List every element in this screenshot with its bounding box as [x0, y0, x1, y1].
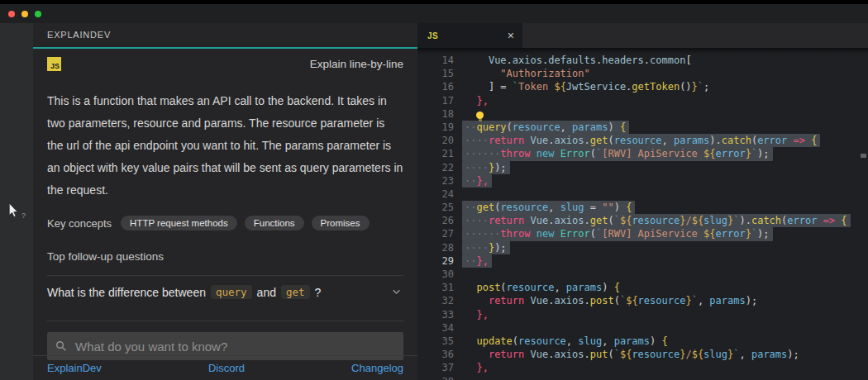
titlebar: [0, 0, 868, 23]
line-number: 25: [417, 201, 465, 214]
code-line[interactable]: 23··},: [417, 174, 868, 188]
code-line[interactable]: 27······throw new Error(`[RWV] ApiServic…: [417, 227, 868, 240]
concept-pill[interactable]: HTTP request methods: [121, 216, 237, 230]
code-line[interactable]: 15 "Authorization": [417, 67, 868, 80]
concept-pills: HTTP request methodsFunctionsPromises: [121, 216, 369, 230]
tab-close-icon[interactable]: ×: [508, 30, 514, 41]
main-content: ? EXPLAINDEV JS Explain line-by-line Thi…: [0, 23, 868, 380]
cursor-arrow-icon: [7, 203, 20, 218]
tab-label: JS: [427, 31, 438, 40]
line-number: 24: [417, 188, 465, 201]
divider: [47, 321, 403, 321]
code-line[interactable]: 17 },: [417, 94, 868, 107]
code-line[interactable]: 29··},: [417, 254, 868, 268]
chevron-down-icon: [391, 287, 402, 297]
footer-link-explaindev[interactable]: ExplainDev: [47, 362, 102, 374]
editor-scrollbar[interactable]: [861, 154, 866, 158]
code-line[interactable]: 26····return Vue.axios.get(`${resource}/…: [417, 214, 868, 227]
line-number: 15: [417, 67, 465, 80]
code-line[interactable]: 22····});: [417, 161, 868, 174]
code-line[interactable]: 32 return Vue.axios.post(`${resource}`, …: [417, 294, 868, 307]
cursor-help-hint: ?: [21, 211, 26, 220]
line-code: ····});: [465, 241, 510, 254]
line-number: 33: [417, 308, 465, 321]
app-window: ? EXPLAINDEV JS Explain line-by-line Thi…: [0, 0, 868, 380]
line-code: ··query(resource, params) {: [465, 121, 629, 134]
line-number: 23: [417, 174, 465, 188]
line-code: return Vue.axios.put(`${resource}/${slug…: [465, 348, 799, 361]
line-code: },: [465, 308, 489, 321]
line-number: 18: [417, 107, 465, 121]
window-close-button[interactable]: [8, 11, 15, 17]
code-line[interactable]: 33 },: [417, 308, 868, 321]
left-rail: ?: [0, 23, 33, 380]
inline-code-get: get: [281, 285, 310, 299]
editor-tab-js[interactable]: JS ×: [417, 23, 522, 48]
code-line[interactable]: 36 return Vue.axios.put(`${resource}/${s…: [417, 348, 868, 361]
code-line[interactable]: 24: [417, 188, 868, 201]
concept-pill[interactable]: Promises: [312, 216, 370, 230]
window-minimize-button[interactable]: [21, 11, 28, 17]
line-number: 27: [417, 227, 465, 240]
code-line[interactable]: 37 },: [417, 361, 868, 374]
footer-link-discord[interactable]: Discord: [208, 362, 245, 374]
line-number: 31: [417, 281, 465, 294]
line-code: ····return Vue.axios.get(`${resource}/${…: [465, 214, 851, 227]
code-line[interactable]: 35 update(resource, slug, params) {: [417, 335, 868, 348]
line-code: update(resource, slug, params) {: [465, 335, 668, 348]
line-code: "Authorization": [465, 67, 590, 80]
concept-pill[interactable]: Functions: [245, 216, 304, 230]
key-concepts-label: Key concepts: [47, 217, 112, 230]
line-code: ··},: [465, 254, 492, 268]
explain-line-by-line-button[interactable]: Explain line-by-line: [310, 58, 403, 70]
panel-title: EXPLAINDEV: [47, 30, 111, 40]
panel-footer: ExplainDevDiscordChangelog: [33, 355, 417, 380]
inline-code-query: query: [211, 285, 252, 299]
lightbulb-icon[interactable]: [476, 112, 484, 119]
code-line[interactable]: 14 Vue.axios.defaults.headers.common[: [417, 54, 868, 67]
question-prefix: What is the difference between: [47, 286, 206, 299]
code-line[interactable]: 30: [417, 268, 868, 281]
footer-link-changelog[interactable]: Changelog: [351, 362, 403, 374]
editor-tabbar: JS ×: [417, 23, 868, 48]
code-line[interactable]: 18: [417, 107, 868, 121]
line-code: return Vue.axios.post(`${resource}`, par…: [465, 294, 757, 307]
search-input[interactable]: [74, 339, 395, 354]
js-language-badge: JS: [47, 57, 61, 71]
question-suffix: ?: [315, 286, 322, 299]
code-line[interactable]: 16 ] = `Token ${JwtService.getToken()}`;: [417, 80, 868, 93]
code-line[interactable]: 20····return Vue.axios.get(resource, par…: [417, 134, 868, 147]
line-code: ····});: [465, 161, 510, 174]
code-line[interactable]: 38: [417, 375, 868, 380]
line-number: 14: [417, 54, 465, 67]
window-zoom-button[interactable]: [35, 11, 41, 17]
line-code: },: [465, 361, 489, 374]
line-number: 37: [417, 361, 465, 374]
line-code: ······throw new Error(`[RWV] ApiService …: [465, 227, 773, 240]
line-number: 26: [417, 214, 465, 227]
explaindev-panel: EXPLAINDEV JS Explain line-by-line This …: [33, 23, 417, 380]
line-number: 20: [417, 134, 465, 147]
line-number: 36: [417, 348, 465, 361]
explanation-text: This is a function that makes an API cal…: [47, 90, 403, 202]
line-code: ] = `Token ${JwtService.getToken()}`;: [465, 80, 709, 93]
code-line[interactable]: 21······throw new Error(`[RWV] ApiServic…: [417, 147, 868, 160]
line-code: ······throw new Error(`[RWV] ApiService …: [465, 147, 773, 160]
line-number: 35: [417, 335, 465, 348]
line-number: 22: [417, 161, 465, 174]
search-icon: [55, 340, 67, 352]
code-line[interactable]: 31 post(resource, params) {: [417, 281, 868, 294]
code-line[interactable]: 28····});: [417, 241, 868, 254]
line-number: 28: [417, 241, 465, 254]
panel-body: JS Explain line-by-line This is a functi…: [33, 57, 417, 360]
code-area[interactable]: 14 Vue.axios.defaults.headers.common[15 …: [417, 48, 868, 380]
followup-question[interactable]: What is the difference between query and…: [47, 276, 403, 308]
line-code: ··get(resource, slug = "") {: [465, 201, 635, 214]
code-line[interactable]: 25··get(resource, slug = "") {: [417, 201, 868, 214]
code-editor: JS × 14 Vue.axios.defaults.headers.commo…: [417, 23, 868, 380]
code-line[interactable]: 19··query(resource, params) {: [417, 121, 868, 134]
code-line[interactable]: 34: [417, 321, 868, 335]
line-code: },: [465, 94, 489, 107]
code-lines: 14 Vue.axios.defaults.headers.common[15 …: [417, 48, 868, 380]
line-number: 21: [417, 147, 465, 160]
